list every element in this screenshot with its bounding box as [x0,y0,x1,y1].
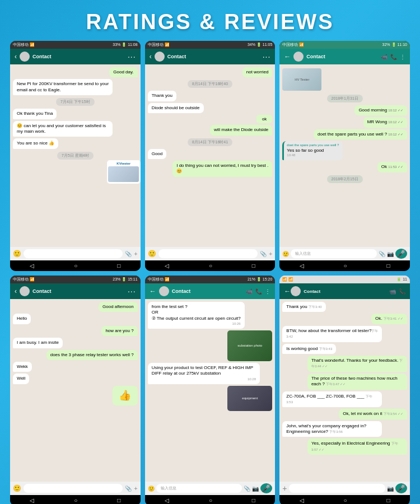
back-nav-3[interactable]: ◁ [300,263,304,269]
chat-footer-3: 🙂 输入信息 📎 📷 🎤 [279,247,410,260]
chat-input-4[interactable] [24,484,123,493]
recents-nav-1[interactable]: □ [117,263,120,269]
msg-sent-13: That's wonderful. Thanks for your feedba… [307,356,407,372]
attach-icon-1[interactable]: 📎 [125,251,132,257]
home-nav-3[interactable]: ○ [344,263,347,269]
timestamp-2: 7月5日 星期4时 [57,152,94,160]
back-arrow-icon-3[interactable]: ← [284,53,291,60]
phone-1: 中国移动 📶 33% 🔋 11:08 ‹ Contact ··· Good da… [10,41,141,271]
recents-nav-5[interactable]: □ [252,497,255,503]
msg-received-15: Thank you 下午3:40 [282,302,325,312]
call-icon-6[interactable]: 📞 [399,288,405,295]
more-options-icon[interactable]: ··· [128,52,136,61]
home-nav-2[interactable]: ○ [209,263,212,269]
attach-icon-4[interactable]: 📎 [125,486,132,492]
back-nav-6[interactable]: ◁ [300,497,304,503]
chat-header-3: ← Contact 📹 📞 ⋮ [279,49,410,64]
more-icon-3[interactable]: ⋮ [400,54,405,60]
back-arrow-icon-5[interactable]: ← [150,287,156,295]
back-nav-1[interactable]: ◁ [30,263,34,269]
msg-received-4: You are so nice 👍 [13,138,58,148]
mic-icon-3[interactable]: 🎤 [395,249,407,259]
back-arrow-icon[interactable]: ‹ [15,53,17,60]
back-nav-2[interactable]: ◁ [165,263,169,269]
emoji-icon-1[interactable]: 🙂 [13,250,21,258]
more-icon-5[interactable]: ⋮ [265,288,270,295]
back-arrow-icon-4[interactable]: ‹ [15,287,17,295]
more-options-icon-4[interactable]: ··· [128,287,136,296]
add-icon-1[interactable]: + [134,250,137,257]
chat-input-3[interactable]: 输入信息 [291,249,377,258]
photo-msg-2: equipment [227,386,272,411]
emoji-icon-3[interactable]: 🙂 [282,251,289,257]
msg-received-8: doet the spare parts you use well ? Yes … [282,141,343,160]
video-icon-3[interactable]: 📹 [381,54,388,60]
paperclip-icon-5[interactable]: 📎 [244,486,250,492]
more-options-icon-2[interactable]: ··· [263,52,271,61]
chat-input-2[interactable] [158,249,258,258]
phone-4: 中国移动 📶 23% 🔋 15:11 ‹ Contact ··· Good af… [10,276,141,504]
back-arrow-icon-2[interactable]: ‹ [150,53,152,60]
add-icon-4[interactable]: + [134,485,137,492]
camera-icon-6[interactable]: 📷 [387,486,394,492]
phone-6: 📶 📶 🔋 11 ← Contact 📹 📞 Thank you 下午3:40 … [279,276,410,504]
chat-footer-1: 🙂 📎 + [10,247,141,260]
contact-name-6: Contact [304,289,389,294]
msg-received-1: New PI for 200KV transformer be send to … [13,79,113,95]
recents-nav-6[interactable]: □ [387,497,390,503]
msg-received-19: John, what's your company engaged in? En… [282,421,382,437]
mic-icon-6[interactable]: 🎤 [395,483,407,493]
nav-bar-6: ◁ ○ □ [279,495,410,504]
call-icon-5[interactable]: 📞 [255,288,262,295]
camera-icon-5[interactable]: 📷 [252,486,259,492]
back-nav-4[interactable]: ◁ [30,497,34,503]
sticker-1: KVtester [110,162,138,182]
mic-icon-5[interactable]: 🎤 [260,483,272,493]
msg-sent-2: not worried [242,67,273,77]
contact-name-5: Contact [172,288,246,294]
statusbar-2: 中国移动 📶 34% 🔋 11:05 [145,41,276,49]
msg-sent-15: Ok, let mi work on it 下午3:54 ✓✓ [339,409,407,419]
attach-icon-2[interactable]: 📎 [260,251,267,257]
chat-footer-2: 🙂 📎 + [145,247,276,260]
paperclip-icon-3[interactable]: 📎 [379,251,385,257]
page-title: RATINGS & REVIEWS [0,0,420,41]
chat-header-6: ← Contact 📹 📞 [279,283,410,299]
emoji-icon-2[interactable]: 🙂 [148,250,156,258]
msg-received-9: Hello [13,314,31,324]
recents-nav-4[interactable]: □ [117,497,120,503]
chat-input-5[interactable]: 输入信息 [156,484,242,493]
home-nav-4[interactable]: ○ [74,497,77,503]
msg-received-11: Wekk [13,362,32,372]
msg-sent-10: how are you ? [101,326,137,336]
phone-3: 中国移动 📶 32% 🔋 11:10 ← Contact 📹 📞 ⋮ HV Te… [279,41,410,271]
statusbar-4: 中国移动 📶 23% 🔋 15:11 [10,276,141,283]
chat-body-4: Good afternoon Hello how are you ? I am … [10,299,141,482]
chat-input-1[interactable] [24,249,123,258]
avatar-3 [293,52,304,62]
recents-nav-2[interactable]: □ [252,263,255,269]
statusbar-6: 📶 📶 🔋 11 [279,276,410,283]
home-nav-1[interactable]: ○ [74,263,77,269]
video-icon-6[interactable]: 📹 [389,288,396,295]
avatar-2 [155,52,165,62]
add-icon-2[interactable]: + [269,250,272,257]
emoji-icon-5[interactable]: 🙂 [148,486,155,492]
recents-nav-3[interactable]: □ [387,263,390,269]
emoji-icon-4[interactable]: 🙂 [13,484,21,492]
chat-input-6[interactable] [289,484,385,493]
msg-received-14: Using your product to test OCEF, REF & H… [148,363,260,384]
header-icons-6: 📹 📞 [389,288,405,295]
home-nav-5[interactable]: ○ [209,497,212,503]
home-nav-6[interactable]: ○ [344,497,347,503]
back-nav-5[interactable]: ◁ [165,497,169,503]
call-icon-3[interactable]: 📞 [390,54,397,60]
chat-body-2: not worried 8月14日 下午16时40 Thank you Diod… [145,64,276,247]
camera-icon-3[interactable]: 📷 [387,251,394,257]
back-arrow-icon-6[interactable]: ← [284,287,291,295]
msg-sent-5: Good morning 10:12 ✓✓ [354,105,407,115]
add-btn-6[interactable]: + [282,484,287,493]
video-icon-5[interactable]: 📹 [246,288,253,295]
msg-received-13: from the test set ?OR② The output curren… [148,302,245,329]
date-divider-1: 2018年1月31日 [327,95,363,102]
